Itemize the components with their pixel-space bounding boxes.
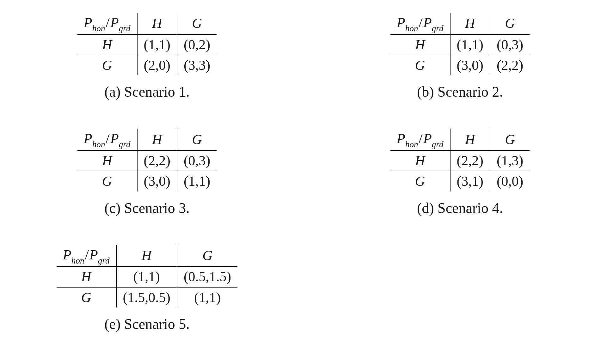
caption-3: (c) Scenario 3. (104, 200, 190, 216)
col-header-H: H (116, 245, 177, 267)
caption-2: (b) Scenario 2. (417, 83, 503, 100)
cell: (1,1) (116, 266, 177, 287)
col-header-H: H (137, 13, 177, 34)
cell: (2,2) (450, 150, 490, 171)
cell: (3,3) (177, 55, 217, 75)
row-header-H: H (390, 150, 450, 171)
row-header-G: G (57, 287, 116, 307)
panel-scenario-4: Phon/Pgrd H G H (2,2) (1,3) G (3,1) (0,0… (338, 129, 582, 216)
cell: (1,1) (177, 287, 237, 307)
payoff-table-3: Phon/Pgrd H G H (2,2) (0,3) G (3,0) (1,1… (77, 129, 217, 191)
payoff-table-5: Phon/Pgrd H G H (1,1) (0.5,1.5) G (1.5,0… (57, 245, 237, 307)
row-header-G: G (77, 171, 137, 191)
cell: (3,0) (137, 171, 177, 191)
cell: (1,1) (177, 171, 217, 191)
payoff-table-1: Phon/Pgrd H G H (1,1) (0,2) G (2,0) (3,3… (77, 13, 217, 75)
panel-scenario-3: Phon/Pgrd H G H (2,2) (0,3) G (3,0) (1,1… (25, 129, 269, 216)
col-header-H: H (137, 129, 177, 150)
col-header-G: G (177, 129, 217, 150)
panel-scenario-5: Phon/Pgrd H G H (1,1) (0.5,1.5) G (1.5,0… (25, 245, 269, 332)
cell: (2,2) (137, 150, 177, 171)
panel-scenario-2: Phon/Pgrd H G H (1,1) (0,3) G (3,0) (2,2… (338, 13, 582, 100)
table-corner: Phon/Pgrd (77, 13, 137, 34)
payoff-table-2: Phon/Pgrd H G H (1,1) (0,3) G (3,0) (2,2… (390, 13, 530, 75)
cell: (1.5,0.5) (116, 287, 177, 307)
cell: (1,3) (490, 150, 530, 171)
cell: (2,2) (490, 55, 530, 75)
cell: (0,0) (490, 171, 530, 191)
caption-5: (e) Scenario 5. (104, 316, 190, 332)
row-header-H: H (77, 34, 137, 55)
tables-grid: Phon/Pgrd H G H (1,1) (0,2) G (2,0) (3,3… (25, 13, 582, 332)
cell: (2,0) (137, 55, 177, 75)
col-header-G: G (490, 129, 530, 150)
caption-1: (a) Scenario 1. (104, 83, 190, 100)
caption-4: (d) Scenario 4. (417, 200, 503, 216)
col-header-G: G (177, 13, 217, 34)
row-header-H: H (390, 34, 450, 55)
row-header-H: H (57, 266, 116, 287)
table-corner: Phon/Pgrd (77, 129, 137, 150)
cell: (0,3) (177, 150, 217, 171)
col-header-H: H (450, 13, 490, 34)
cell: (3,0) (450, 55, 490, 75)
table-corner: Phon/Pgrd (390, 129, 450, 150)
row-header-H: H (77, 150, 137, 171)
row-header-G: G (390, 55, 450, 75)
cell: (1,1) (137, 34, 177, 55)
col-header-G: G (490, 13, 530, 34)
cell: (0,3) (490, 34, 530, 55)
row-header-G: G (390, 171, 450, 191)
cell: (0,2) (177, 34, 217, 55)
col-header-H: H (450, 129, 490, 150)
col-header-G: G (177, 245, 237, 267)
table-corner: Phon/Pgrd (57, 245, 116, 267)
row-header-G: G (77, 55, 137, 75)
panel-scenario-1: Phon/Pgrd H G H (1,1) (0,2) G (2,0) (3,3… (25, 13, 269, 100)
payoff-table-4: Phon/Pgrd H G H (2,2) (1,3) G (3,1) (0,0… (390, 129, 530, 191)
cell: (1,1) (450, 34, 490, 55)
cell: (0.5,1.5) (177, 266, 237, 287)
table-corner: Phon/Pgrd (390, 13, 450, 34)
cell: (3,1) (450, 171, 490, 191)
